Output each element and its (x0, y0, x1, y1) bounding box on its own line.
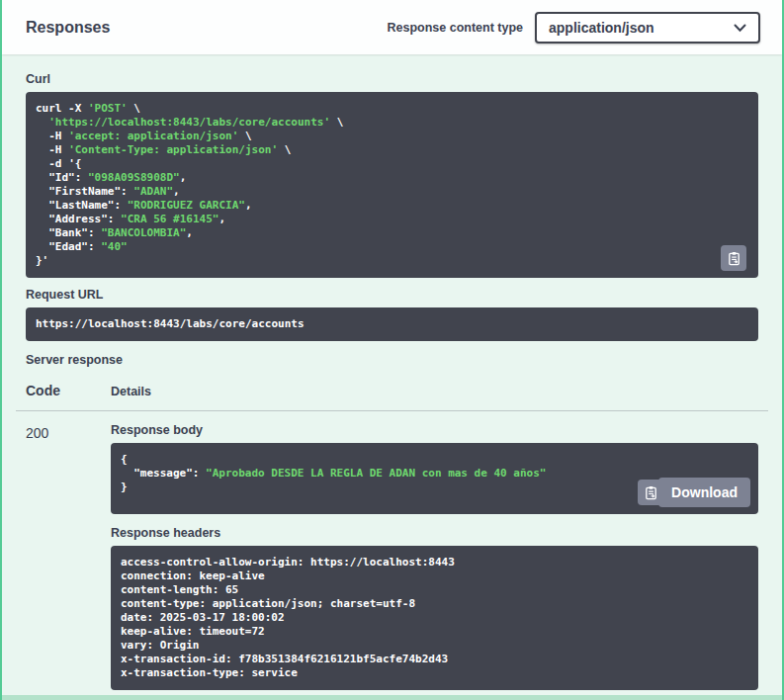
response-table-header: Code Details (26, 383, 758, 398)
response-body-block: Download{ "message": "Aprobado DESDE LA … (111, 443, 758, 514)
response-headers-label: Response headers (111, 526, 758, 540)
curl-label: Curl (26, 72, 758, 86)
download-button[interactable]: Download (658, 478, 750, 507)
chevron-down-icon (734, 20, 746, 36)
status-code: 200 (26, 423, 111, 690)
table-divider (16, 410, 768, 411)
responses-body: Curl curl -X 'POST' \ 'https://localhost… (2, 54, 782, 690)
request-url-label: Request URL (26, 288, 758, 302)
responses-header: Responses Response content type applicat… (2, 0, 782, 54)
copy-curl-button[interactable] (721, 245, 746, 271)
responses-panel: Responses Response content type applicat… (0, 0, 784, 700)
clipboard-copy-icon (727, 251, 741, 266)
content-type-selected-value: application/json (549, 20, 654, 36)
details-column-header: Details (111, 385, 151, 398)
server-response-title: Server response (26, 353, 758, 367)
request-url-block: https://localhost:8443/labs/core/account… (26, 307, 758, 341)
content-type-control: Response content type application/json (387, 12, 760, 44)
response-body-label: Response body (111, 423, 758, 437)
response-headers-block: access-control-allow-origin: https://loc… (111, 546, 758, 690)
content-type-select[interactable]: application/json (535, 12, 760, 44)
clipboard-copy-icon (644, 485, 658, 500)
responses-title: Responses (26, 19, 110, 37)
response-details: Response body Download{ "message": "Apro… (111, 423, 758, 690)
content-type-label: Response content type (387, 21, 523, 35)
response-row-200: 200 Response body Download{ "message": "… (26, 423, 758, 690)
code-column-header: Code (26, 383, 111, 398)
curl-command-block: curl -X 'POST' \ 'https://localhost:8443… (26, 92, 758, 278)
